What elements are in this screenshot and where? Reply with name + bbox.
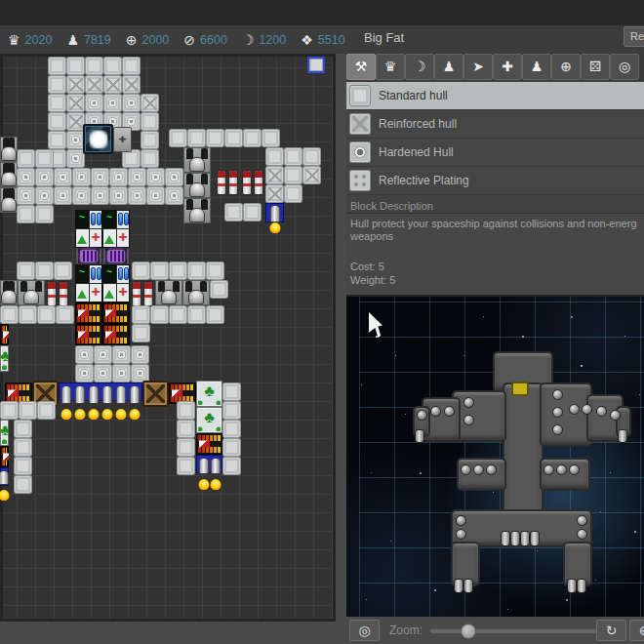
ship-block-j[interactable] (74, 384, 86, 414)
ship-block-h[interactable] (243, 129, 262, 147)
ship-block-o[interactable] (131, 345, 149, 364)
tab-repair[interactable]: ✚ (493, 54, 522, 80)
ship-block-h[interactable] (141, 149, 159, 168)
ship-block-o[interactable] (54, 186, 72, 205)
ship-block-L[interactable]: ~✚ (102, 264, 130, 302)
ship-block-o[interactable] (35, 168, 54, 186)
tab-crew[interactable]: ♟ (434, 54, 463, 80)
ship-block-L[interactable]: ~✚ (75, 210, 102, 248)
ship-block-h[interactable] (17, 205, 35, 223)
ship-block-h[interactable] (48, 112, 66, 131)
ship-block-h[interactable] (222, 438, 241, 457)
zoom-slider-thumb[interactable] (461, 624, 476, 639)
ship-block-B[interactable] (75, 324, 102, 345)
ship-block-h[interactable] (150, 305, 169, 324)
ship-block-h[interactable] (284, 166, 302, 184)
pan-view-button[interactable]: ⊕ (629, 620, 644, 641)
ship-block-E[interactable] (102, 248, 130, 264)
zoom-slider[interactable] (430, 628, 596, 633)
ship-block-h[interactable] (150, 262, 169, 280)
ship-block-B[interactable] (102, 302, 130, 324)
ship-block-o[interactable] (94, 364, 112, 382)
ship-block-dr[interactable]: ✚ (113, 127, 132, 152)
ship-block-h[interactable] (48, 94, 66, 112)
ship-block-h[interactable] (103, 57, 122, 75)
ship-block-j[interactable] (101, 384, 113, 414)
ship-block-h[interactable] (169, 129, 187, 147)
tab-engine[interactable]: ⊕ (551, 54, 581, 80)
ship-block-o[interactable] (75, 364, 94, 382)
ship-block-h[interactable] (141, 112, 159, 131)
ship-block-h[interactable] (35, 262, 54, 280)
ship-block-h[interactable] (222, 420, 241, 438)
ship-block-T[interactable] (0, 162, 18, 187)
ship-block-j[interactable] (211, 457, 221, 484)
ship-block-h[interactable] (169, 305, 187, 324)
ship-block-ck[interactable] (83, 124, 113, 154)
ship-block-T[interactable] (183, 173, 211, 198)
ship-block-G[interactable]: ♣ (196, 407, 222, 433)
ship-block-o[interactable] (72, 168, 91, 186)
ship-block-h[interactable] (284, 147, 302, 166)
ship-block-h[interactable] (19, 305, 37, 324)
ship-block-h[interactable] (48, 131, 66, 149)
ship-block-T[interactable] (183, 198, 211, 223)
ship-block-h[interactable] (17, 262, 35, 280)
ship-block-T[interactable] (182, 280, 210, 305)
ship-block-h[interactable] (177, 420, 195, 438)
ship-block-h[interactable] (14, 438, 32, 457)
ship-block-h[interactable] (85, 57, 103, 75)
ship-block-G[interactable]: ♣ (196, 381, 222, 407)
ship-block-o[interactable] (109, 168, 128, 186)
ship-block-j[interactable] (0, 469, 8, 495)
ship-block-h[interactable] (177, 401, 195, 420)
ship-block-x[interactable] (302, 166, 321, 184)
ship-block-o[interactable] (146, 168, 165, 186)
rename-button[interactable]: Re (624, 26, 644, 47)
ship-block-h[interactable] (206, 305, 224, 324)
ship-block-h[interactable] (48, 57, 66, 75)
ship-block-h[interactable] (132, 262, 150, 280)
ship-block-x[interactable] (122, 75, 141, 94)
block-list-item-standard-hull[interactable]: Standard hull (346, 82, 644, 110)
ship-block-T[interactable] (0, 137, 18, 162)
ship-block-o[interactable] (109, 186, 128, 205)
ship-block-x[interactable] (66, 75, 85, 94)
block-list-item-reflective-plating[interactable]: Reflective Plating (346, 167, 644, 195)
ship-block-j[interactable] (115, 384, 127, 414)
block-list-item-hardened-hull[interactable]: Hardened Hull (346, 139, 644, 167)
ship-block-j[interactable] (129, 384, 141, 414)
ship-editor-canvas[interactable]: ✚~✚~✚~✚~✚♣♣♣♣ (0, 54, 336, 622)
tab-select[interactable]: ➤ (463, 54, 493, 80)
ship-block-h[interactable] (169, 262, 187, 280)
ship-block-L[interactable]: ~✚ (102, 210, 130, 248)
tab-random[interactable]: ⚄ (581, 54, 610, 80)
ship-block-h[interactable] (187, 305, 206, 324)
ship-block-x[interactable] (265, 166, 284, 184)
ship-block-T[interactable] (0, 187, 18, 213)
ship-block-h[interactable] (206, 262, 224, 280)
tab-build[interactable]: ⚒ (346, 54, 376, 80)
ship-block-h[interactable] (222, 457, 241, 475)
ship-block-o[interactable] (112, 364, 131, 382)
ship-block-h[interactable] (122, 57, 141, 75)
ship-block-B[interactable] (102, 324, 130, 345)
ship-block-o[interactable] (35, 186, 54, 205)
ship-block-h[interactable] (224, 129, 243, 147)
ship-block-h[interactable] (224, 203, 243, 221)
ship-block-j[interactable] (199, 457, 209, 484)
ship-block-h[interactable] (177, 457, 195, 475)
tab-hook[interactable]: ☽ (405, 54, 434, 80)
ship-block-B[interactable] (196, 433, 223, 455)
ship-block-m[interactable] (130, 280, 155, 307)
ship-block-L[interactable]: ~✚ (75, 264, 102, 302)
ship-block-K[interactable] (142, 381, 169, 407)
ship-block-h[interactable] (14, 457, 32, 475)
ship-block-h[interactable] (265, 147, 284, 166)
ship-block-h[interactable] (54, 262, 72, 280)
ship-block-h[interactable] (35, 149, 54, 168)
ship-block-T[interactable] (0, 280, 18, 305)
ship-block-m[interactable] (240, 169, 265, 196)
ship-block-h[interactable] (37, 401, 56, 420)
refresh-view-button[interactable]: ↻ (596, 620, 626, 641)
